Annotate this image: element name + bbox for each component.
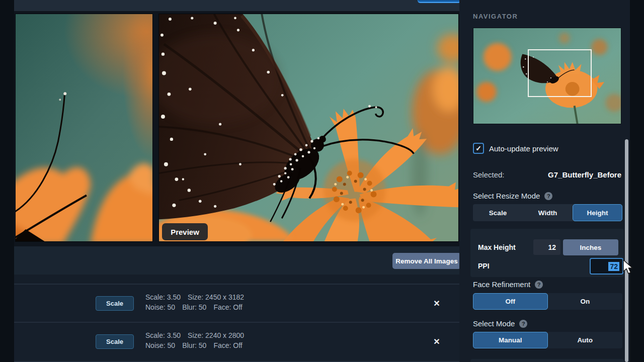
face-option-on[interactable]: On	[548, 293, 623, 310]
check-icon: ✓	[475, 144, 481, 152]
row-stats: Scale: 3.50Size: 2450 x 3182 Noise: 50Bl…	[145, 292, 251, 312]
resize-option-width[interactable]: Width	[523, 204, 573, 221]
stat-blur: Blur: 50	[182, 341, 206, 349]
preview-image	[159, 14, 458, 241]
navigator-selection-box[interactable]	[528, 49, 592, 97]
mode-option-auto[interactable]: Auto	[548, 332, 623, 348]
select-mode-label: Select Mode ?	[473, 319, 527, 328]
dimensions-panel: Max Height Inches PPI 72	[470, 229, 624, 277]
image-queue: Scale Scale: 3.50Size: 2450 x 3182 Noise…	[14, 275, 459, 362]
close-icon[interactable]: ✕	[427, 295, 447, 311]
resize-option-height[interactable]: Height	[573, 204, 622, 221]
resize-mode-label-text: Select Resize Mode	[473, 192, 540, 200]
max-height-input[interactable]	[533, 239, 560, 255]
ppi-input[interactable]: 72	[590, 258, 623, 275]
original-image	[16, 14, 152, 241]
queue-row[interactable]: Scale Scale: 3.50Size: 2450 x 3182 Noise…	[14, 285, 459, 322]
stat-face: Face: Off	[213, 341, 242, 349]
main-area: Preview Remove All Images Scale Scale: 3…	[14, 0, 459, 362]
original-image-pane[interactable]	[15, 14, 153, 242]
stat-blur: Blur: 50	[182, 303, 206, 311]
stat-size: Size: 2450 x 3182	[188, 293, 244, 301]
stat-size: Size: 2240 x 2800	[188, 331, 244, 339]
resize-mode-segmented-control: Scale Width Height	[473, 204, 622, 221]
top-primary-button-edge[interactable]	[418, 0, 461, 3]
ppi-value-selected: 72	[608, 262, 619, 271]
close-icon[interactable]: ✕	[427, 333, 447, 349]
auto-update-label: Auto-update preview	[489, 144, 558, 153]
help-icon[interactable]: ?	[535, 281, 543, 289]
app-window: Preview Remove All Images Scale Scale: 3…	[0, 0, 644, 362]
stat-scale: Scale: 3.50	[145, 293, 181, 301]
face-refinement-segmented-control: Off On	[473, 293, 622, 310]
auto-update-checkbox[interactable]: ✓	[473, 143, 484, 154]
top-bar	[14, 0, 459, 11]
mode-option-manual[interactable]: Manual	[473, 332, 548, 348]
navigator-thumbnail[interactable]	[473, 28, 621, 124]
max-height-label: Max Height	[478, 243, 516, 251]
remove-all-images-button[interactable]: Remove All Images	[392, 253, 461, 269]
settings-sidebar: NAVIGATOR	[459, 0, 630, 362]
stat-face: Face: Off	[213, 303, 242, 311]
unit-dropdown[interactable]: Inches	[563, 239, 618, 255]
help-icon[interactable]: ?	[544, 192, 552, 200]
navigator-title: NAVIGATOR	[473, 13, 518, 20]
next-panel-edge	[470, 359, 624, 362]
row-scale-button[interactable]: Scale	[96, 334, 134, 349]
image-toolbar: Remove All Images	[14, 246, 459, 275]
face-refinement-label-text: Face Refinement	[473, 280, 530, 289]
auto-update-row: ✓ Auto-update preview	[473, 142, 558, 154]
select-mode-label-text: Select Mode	[473, 319, 515, 328]
resize-option-scale[interactable]: Scale	[473, 204, 523, 221]
stat-noise: Noise: 50	[145, 341, 175, 349]
select-mode-segmented-control: Manual Auto	[473, 332, 622, 348]
right-margin	[630, 0, 644, 362]
row-stats: Scale: 3.50Size: 2240 x 2800 Noise: 50Bl…	[145, 330, 251, 350]
face-refinement-label: Face Refinement ?	[473, 280, 543, 289]
ppi-label: PPI	[478, 262, 490, 270]
selected-filename: G7_Butterfly_Before	[548, 170, 621, 179]
face-option-off[interactable]: Off	[473, 293, 548, 310]
left-margin	[0, 0, 14, 362]
help-icon[interactable]: ?	[519, 320, 527, 328]
preview-badge: Preview	[162, 223, 208, 240]
preview-image-pane[interactable]: Preview	[158, 14, 459, 242]
row-scale-button[interactable]: Scale	[96, 296, 134, 311]
sidebar-scrollbar[interactable]	[625, 139, 628, 362]
stat-scale: Scale: 3.50	[145, 331, 181, 339]
queue-row[interactable]: Scale Scale: 3.50Size: 2240 x 2800 Noise…	[14, 323, 459, 360]
resize-mode-label: Select Resize Mode ?	[473, 192, 552, 200]
stat-noise: Noise: 50	[145, 303, 175, 311]
selected-label: Selected:	[473, 170, 505, 179]
